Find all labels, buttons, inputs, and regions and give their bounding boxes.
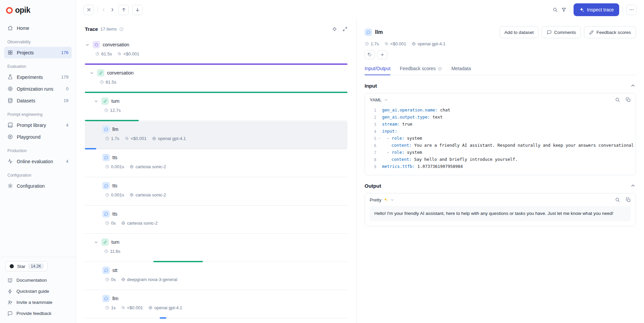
code-line: 4 input: xyxy=(365,128,634,135)
comments-button[interactable]: Comments xyxy=(542,26,581,38)
chevron-up-icon[interactable] xyxy=(630,83,636,89)
trace-row-conversation[interactable]: conversation 61.5s xyxy=(85,65,347,93)
trace-row-cost: <$0.001 xyxy=(125,136,147,141)
trace-row-turn[interactable]: turn 11.6s xyxy=(85,234,347,262)
sidebar-nav: Home Observability Projects 176 Evaluati… xyxy=(0,19,76,257)
input-section: Input YAML xyxy=(365,83,636,175)
sidebar-item-experiments[interactable]: Experiments 179 xyxy=(4,71,72,83)
input-section-title: Input xyxy=(365,83,377,89)
copy-output-button[interactable] xyxy=(626,197,631,202)
search-button[interactable] xyxy=(552,7,558,12)
line-number: 1 xyxy=(365,107,376,114)
github-star-button[interactable]: Star 14.2K xyxy=(5,261,48,271)
trace-row-turn[interactable]: turn 12.7s xyxy=(85,93,347,121)
search-in-output-button[interactable] xyxy=(615,197,620,202)
tab-metadata[interactable]: Metadata xyxy=(451,66,471,75)
sidebar-item-home[interactable]: Home xyxy=(4,22,72,34)
back-button[interactable] xyxy=(101,7,106,12)
add-to-dataset-button[interactable]: Add to dataset xyxy=(499,26,539,38)
chevron-down-icon[interactable] xyxy=(376,135,382,140)
footer-link-provide-feedback[interactable]: Provide feedback xyxy=(5,308,71,319)
chevron-down-icon[interactable] xyxy=(94,99,99,104)
code-text: stream: true xyxy=(382,121,412,128)
trace-row-llm[interactable]: llm 1s <$0.001 openai gpt-4.1 xyxy=(85,290,347,319)
chevron-down-icon[interactable] xyxy=(94,240,99,245)
trace-row-llm[interactable]: llm 1.7s <$0.001 openai gpt-4.1 xyxy=(85,121,347,149)
line-gutter xyxy=(376,114,382,116)
trace-row-duration: 1.7s xyxy=(105,136,119,141)
clock-icon xyxy=(105,221,109,225)
add-button[interactable] xyxy=(377,50,387,59)
tab-input-output[interactable]: Input/Output xyxy=(365,66,390,75)
chevron-up-icon[interactable] xyxy=(630,183,636,189)
clock-icon xyxy=(105,306,109,310)
inspect-trace-button[interactable]: Inspect trace xyxy=(574,3,619,16)
expand-icon xyxy=(342,27,347,32)
output-format-select[interactable]: Pretty xyxy=(370,197,394,202)
span-detail-panel: llm Add to dataset Comments Feedback sco… xyxy=(357,19,644,323)
copy-input-button[interactable] xyxy=(626,97,631,102)
tab-feedback-scores[interactable]: Feedback scores xyxy=(400,66,442,75)
trace-row-stt[interactable]: stt 0s deepgram nova-3-general xyxy=(85,262,347,290)
sidebar-item-configuration[interactable]: Configuration xyxy=(4,180,72,192)
trace-row-duration: 0.001s xyxy=(105,192,124,197)
sidebar-item-prompt-library[interactable]: Prompt library 4 xyxy=(4,119,72,131)
line-gutter xyxy=(376,149,382,151)
opik-logo[interactable]: opik xyxy=(0,0,76,19)
feedback-scores-button[interactable]: Feedback scores xyxy=(584,26,636,38)
coins-icon xyxy=(117,52,122,56)
trace-row-tts[interactable]: tts 0.001s cartesia sonic-2 xyxy=(85,149,347,178)
sidebar-item-optimization-runs[interactable]: Optimization runs 0 xyxy=(4,83,72,95)
chevron-right-icon xyxy=(110,7,115,12)
focus-selected-button[interactable] xyxy=(332,27,337,32)
app-root: opik Home Observability Projects 176 Eva… xyxy=(0,0,644,323)
chat-icon xyxy=(102,267,110,274)
expand-tree-button[interactable] xyxy=(342,27,347,32)
previous-trace-button[interactable] xyxy=(118,5,129,15)
chat-icon xyxy=(102,154,110,161)
trace-row-conversation[interactable]: conversation 61.5s <$0.001 xyxy=(85,37,347,65)
code-line: 7 - role: system xyxy=(365,149,634,156)
sidebar-item-label: Experiments xyxy=(17,75,57,80)
forward-button[interactable] xyxy=(110,7,115,12)
sidebar-item-online-evaluation[interactable]: Online evaluation 4 xyxy=(4,155,72,167)
chevron-down-icon[interactable] xyxy=(85,42,90,47)
trace-row-tts[interactable]: tts 0.001s cartesia sonic-2 xyxy=(85,178,347,206)
code-line: 9 metrics.ttfb: 1.0737361907958984 xyxy=(365,163,634,170)
tab-label: Metadata xyxy=(451,66,471,71)
next-trace-button[interactable] xyxy=(132,5,143,15)
more-actions-button[interactable] xyxy=(626,5,637,15)
footer-link-label: Invite a teammate xyxy=(16,300,52,305)
chat-icon xyxy=(102,210,110,218)
span-duration: 1.7s xyxy=(365,41,379,46)
sidebar-item-label: Optimization runs xyxy=(17,86,62,92)
search-icon xyxy=(615,97,620,102)
footer-link-documentation[interactable]: Documentation xyxy=(5,275,71,286)
close-button[interactable] xyxy=(84,5,94,15)
sidebar-item-datasets[interactable]: Datasets 19 xyxy=(4,95,72,106)
tag-icon xyxy=(367,52,372,57)
clock-icon xyxy=(105,277,109,282)
trace-row-model: cartesia sonic-2 xyxy=(129,192,166,197)
link-icon xyxy=(101,97,109,105)
arrow-up-icon xyxy=(121,7,126,12)
globe-icon xyxy=(152,136,156,141)
feedback-icon xyxy=(7,311,13,316)
trace-row-name: llm xyxy=(112,296,118,301)
button-label: Feedback scores xyxy=(596,30,631,35)
trace-row-duration-bar xyxy=(160,317,166,319)
optimization-icon xyxy=(7,86,13,92)
code-line: 8 content: Say hello and briefly introdu… xyxy=(365,156,634,163)
add-tag-button[interactable] xyxy=(365,50,375,59)
nav-section-title: Evaluation xyxy=(7,64,68,69)
trace-row-tts[interactable]: tts 0s cartesia sonic-2 xyxy=(85,206,347,234)
search-in-input-button[interactable] xyxy=(615,97,620,102)
chevron-down-icon[interactable] xyxy=(89,71,94,76)
sidebar-item-playground[interactable]: Playground xyxy=(4,131,72,143)
trace-row-name: conversation xyxy=(107,70,133,76)
footer-link-quickstart-guide[interactable]: Quickstart guide xyxy=(5,286,71,297)
footer-link-invite-a-teammate[interactable]: Invite a teammate xyxy=(5,297,71,308)
filter-button[interactable] xyxy=(561,7,567,12)
sidebar-item-projects[interactable]: Projects 176 xyxy=(4,47,72,58)
input-format-select[interactable]: YAML xyxy=(370,97,388,102)
